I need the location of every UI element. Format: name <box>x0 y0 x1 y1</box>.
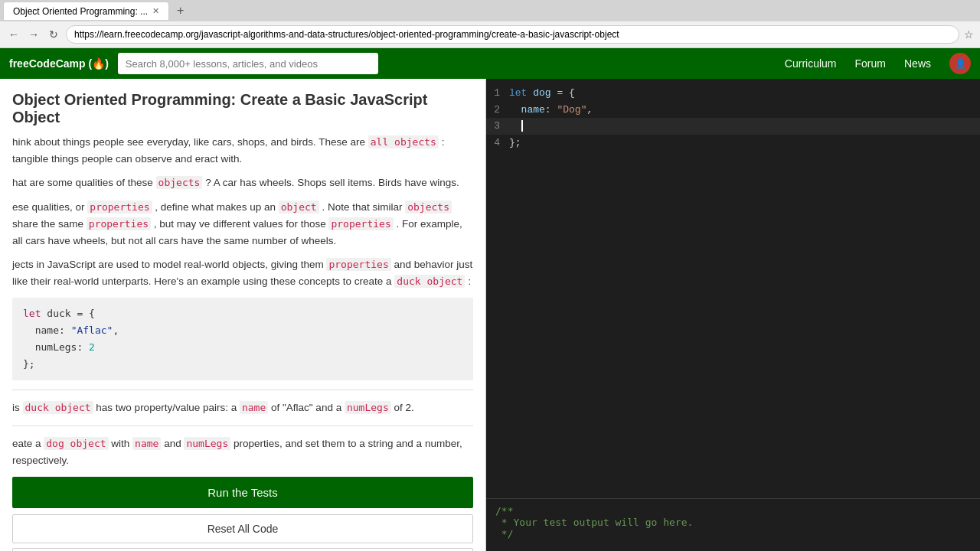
right-panel: 1 let dog = { 2 name: "Dog", 3 4 <box>486 79 980 551</box>
get-hint-button[interactable]: Get a hint <box>12 548 473 551</box>
inline-code-objects-2: objects <box>156 176 203 189</box>
new-tab-button[interactable]: + <box>172 2 188 19</box>
curriculum-link[interactable]: Curriculum <box>785 57 837 70</box>
inline-code-numlegs-2: numLegs <box>184 437 230 450</box>
paragraph-2: hat are some qualities of these objects … <box>12 174 473 191</box>
code-line-2: 2 name: "Dog", <box>486 102 980 119</box>
output-comment-end: */ <box>495 528 971 540</box>
inline-code-properties-2: properties <box>87 217 151 230</box>
line-content-2: name: "Dog", <box>509 103 980 118</box>
fcc-logo[interactable]: freeCodeCamp (🔥) <box>9 57 109 70</box>
inline-code-numlegs: numLegs <box>345 401 391 414</box>
code-editor[interactable]: 1 let dog = { 2 name: "Dog", 3 4 <box>486 79 980 498</box>
fcc-navigation: freeCodeCamp (🔥) Curriculum Forum News 👤 <box>0 48 980 79</box>
line-content-1: let dog = { <box>509 86 980 101</box>
inline-code-duck-object: duck object <box>394 275 465 288</box>
bookmark-icon[interactable]: ☆ <box>964 28 974 41</box>
code-line-1: 1 let dog = { <box>486 85 980 102</box>
line-number-4: 4 <box>486 135 509 151</box>
inline-code-name-2: name <box>132 437 161 450</box>
nav-links: Curriculum Forum News 👤 <box>785 53 971 74</box>
left-panel: Object Oriented Programming: Create a Ba… <box>0 79 486 551</box>
divider-1 <box>12 390 473 390</box>
output-comment: /** <box>495 505 971 517</box>
output-panel: /** * Your test output will go here. */ <box>486 498 980 551</box>
inline-code-properties-3: properties <box>328 217 393 230</box>
line-number-1: 1 <box>486 86 509 101</box>
line-number-3: 3 <box>486 119 509 134</box>
inline-code-properties-1: properties <box>87 201 152 214</box>
paragraph-4: jects in JavaScript are used to model re… <box>12 256 473 290</box>
inline-code-objects-3: objects <box>405 201 452 214</box>
paragraph-3: ese qualities, or properties , define wh… <box>12 199 473 249</box>
inline-code-name: name <box>240 401 268 414</box>
tab-title: Object Oriented Programming: ... <box>13 6 148 17</box>
search-input[interactable] <box>118 53 378 74</box>
paragraph-5: is duck object has two property/value pa… <box>12 399 473 416</box>
lesson-title: Object Oriented Programming: Create a Ba… <box>0 79 485 134</box>
line-content-4: }; <box>509 135 980 151</box>
inline-code-object-1: object <box>279 201 319 214</box>
code-example-block: let duck = { name: "Aflac", numLegs: 2 }… <box>12 298 473 380</box>
forum-link[interactable]: Forum <box>855 57 886 70</box>
tab-close-button[interactable]: ✕ <box>152 6 159 16</box>
inline-code-duck-obj: duck object <box>23 401 93 414</box>
paragraph-task: eate a dog object with name and numLegs … <box>12 435 473 468</box>
browser-chrome: Object Oriented Programming: ... ✕ + ← →… <box>0 0 980 48</box>
paragraph-1: hink about things people see everyday, l… <box>12 134 473 167</box>
forward-button[interactable]: → <box>26 27 41 42</box>
browser-controls: ← → ↻ ☆ <box>0 21 980 47</box>
code-line-3: 3 <box>486 118 980 135</box>
back-button[interactable]: ← <box>6 27 21 42</box>
active-tab[interactable]: Object Oriented Programming: ... ✕ <box>3 2 169 20</box>
line-content-3 <box>509 119 980 134</box>
line-number-2: 2 <box>486 103 509 118</box>
refresh-button[interactable]: ↻ <box>46 27 61 42</box>
browser-tabs: Object Oriented Programming: ... ✕ + <box>0 0 980 21</box>
inline-code-dog-obj: dog object <box>44 437 108 450</box>
code-line-4: 4 }; <box>486 135 980 152</box>
divider-2 <box>12 425 473 426</box>
news-link[interactable]: News <box>904 57 931 70</box>
address-bar[interactable] <box>66 25 959 44</box>
user-avatar[interactable]: 👤 <box>949 53 971 74</box>
inline-code-properties-4: properties <box>326 258 390 271</box>
run-tests-button[interactable]: Run the Tests <box>12 477 473 508</box>
main-layout: Object Oriented Programming: Create a Ba… <box>0 79 980 551</box>
inline-code-objects-1: all objects <box>368 135 439 148</box>
lesson-content: hink about things people see everyday, l… <box>0 134 485 469</box>
output-comment-text: * Your test output will go here. <box>495 517 971 528</box>
reset-code-button[interactable]: Reset All Code <box>12 514 473 543</box>
